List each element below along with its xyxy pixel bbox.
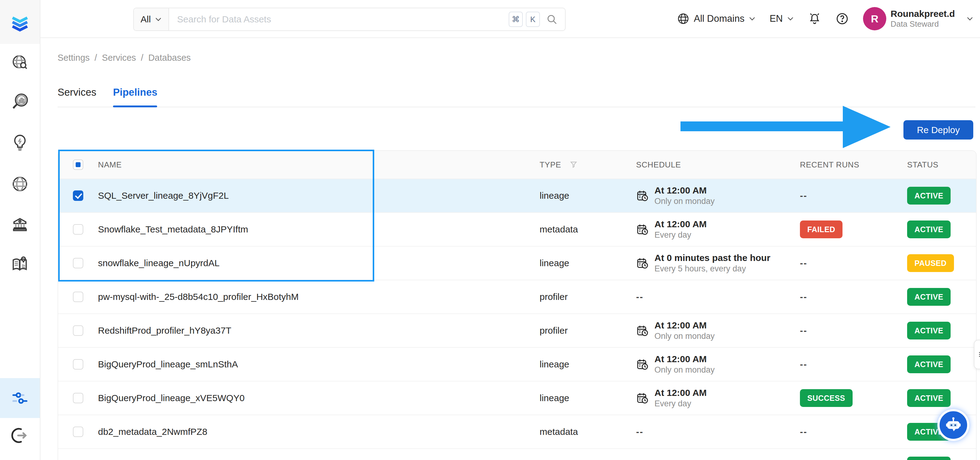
schedule-cell: At 0 minutes past the hourEvery 5 hours,…	[636, 252, 800, 274]
table-row[interactable]: SQL_Server_lineage_8YjVgF2L lineage At 1…	[58, 179, 976, 212]
announcement-widget-icon	[978, 350, 980, 359]
table-row[interactable]: BigQueryProd_lineage_xVE5WQY0 lineage At…	[58, 381, 976, 415]
breadcrumb-separator: /	[141, 53, 143, 63]
pipeline-type: lineage	[539, 359, 636, 369]
chatbot-robot-icon	[944, 415, 963, 434]
table-row[interactable]: BigQueryProd_lineage_smLnSthA lineage At…	[58, 347, 976, 381]
pipeline-type: lineage	[539, 393, 636, 403]
sidebar-item-settings[interactable]	[0, 378, 40, 418]
recent-runs-cell: FAILED	[800, 220, 907, 238]
topbar: All ⌘ K All Domains EN	[40, 0, 980, 38]
logout-icon	[11, 426, 29, 444]
table-row[interactable]: db2_metadata_2NwmfPZ8 metadata -- -- ACT…	[58, 415, 976, 448]
schedule-frequency: Every day	[654, 399, 707, 409]
chatbot-button[interactable]	[937, 409, 969, 441]
schedule-cell: At 12:00 AMEvery day	[636, 387, 800, 409]
table-row[interactable]: Snowflake_Test_metadata_8JPYIftm metadat…	[58, 212, 976, 246]
run-status-badge: FAILED	[800, 220, 843, 238]
help-icon	[835, 12, 849, 26]
search-icon[interactable]	[546, 13, 558, 25]
sidebar-item-logout[interactable]	[0, 418, 40, 453]
calendar-clock-icon	[636, 324, 649, 337]
chevron-down-icon	[749, 16, 756, 21]
search-scope-value: All	[140, 14, 151, 24]
sidebar-item-insights[interactable]	[0, 125, 40, 159]
chevron-down-icon	[155, 17, 162, 21]
user-menu[interactable]: R Rounakpreet.d Data Steward	[863, 7, 973, 30]
tab-pipelines[interactable]: Pipelines	[113, 86, 158, 98]
bell-icon	[808, 12, 821, 26]
status-badge: ACTIVE	[907, 288, 951, 306]
domains-dropdown[interactable]: All Domains	[677, 12, 756, 25]
tab-services[interactable]: Services	[57, 86, 97, 98]
sidebar-item-govern[interactable]	[0, 207, 40, 241]
recent-runs-cell: --	[800, 190, 907, 201]
search-scope-select[interactable]: All	[134, 8, 169, 30]
breadcrumb: Settings / Services / Databases	[57, 53, 191, 63]
row-checkbox[interactable]	[73, 325, 83, 336]
schedule-frequency: Every 5 hours, every day	[654, 264, 770, 274]
breadcrumb-settings[interactable]: Settings	[57, 53, 90, 63]
status-badge: ACTIVE	[907, 220, 951, 238]
pipeline-name: BigQueryProd_lineage_xVE5WQY0	[98, 393, 539, 403]
row-checkbox[interactable]	[73, 426, 83, 437]
open-book-lightbulb-icon	[11, 255, 29, 273]
user-name: Rounakpreet.d	[891, 9, 955, 19]
tab-divider	[57, 107, 975, 107]
search-input[interactable]	[169, 14, 509, 24]
redeploy-button[interactable]: Re Deploy	[904, 120, 973, 139]
bank-icon	[11, 215, 29, 233]
app-window: All ⌘ K All Domains EN	[0, 0, 980, 460]
row-checkbox[interactable]	[73, 359, 83, 369]
topbar-right-cluster: All Domains EN	[677, 0, 974, 37]
table-row[interactable]: pw-mysql-with-_25-d8b54c10_profiler_HxBo…	[58, 280, 976, 313]
pipeline-name: pw-mysql-with-_25-d8b54c10_profiler_HxBo…	[98, 292, 539, 302]
pipeline-type: metadata	[539, 426, 636, 437]
status-badge: ACTIVE	[907, 355, 951, 373]
openmetadata-logo[interactable]	[0, 0, 40, 44]
calendar-clock-icon	[636, 358, 649, 371]
lightbulb-bolt-icon	[11, 133, 29, 151]
table-row[interactable]: snowflake_lineage_nUpyrdAL lineage At 0 …	[58, 246, 976, 280]
pipeline-type: metadata	[539, 224, 636, 235]
breadcrumb-services[interactable]: Services	[102, 53, 136, 63]
row-checkbox[interactable]	[73, 393, 83, 403]
column-header-schedule: SCHEDULE	[636, 160, 800, 169]
pipeline-type: lineage	[539, 258, 636, 268]
column-header-recent-runs: RECENT RUNS	[800, 160, 907, 169]
select-all-checkbox[interactable]	[73, 160, 83, 170]
column-header-type-label: TYPE	[539, 160, 561, 169]
row-checkbox[interactable]	[73, 258, 83, 268]
pipeline-name: SQL_Server_lineage_8YjVgF2L	[98, 190, 539, 201]
row-checkbox[interactable]	[73, 224, 83, 235]
pipeline-type: lineage	[539, 190, 636, 201]
settings-sliders-icon	[11, 389, 29, 407]
status-badge: ACTIVE	[907, 457, 951, 460]
schedule-frequency: Only on monday	[654, 365, 715, 375]
schedule-time: At 12:00 AM	[654, 319, 715, 331]
table-row[interactable]: meetup_lineage_gBY60YKq lineage -- -- AC…	[58, 448, 976, 460]
table-header-row: NAME TYPE SCHEDULE RECENT RUNS STATUS	[58, 151, 976, 179]
recent-runs-cell: SUCCESS	[800, 389, 907, 407]
calendar-clock-icon	[636, 189, 649, 202]
recent-runs-cell: --	[800, 426, 907, 437]
recent-runs-cell: --	[800, 292, 907, 302]
row-checkbox[interactable]	[73, 292, 83, 302]
global-search-bar: All ⌘ K	[133, 8, 566, 31]
status-badge: ACTIVE	[907, 389, 951, 407]
sidebar-item-learn[interactable]	[0, 247, 40, 281]
language-dropdown[interactable]: EN	[770, 13, 794, 24]
sidebar-item-domains[interactable]	[0, 167, 40, 201]
avatar: R	[863, 7, 886, 30]
column-header-status: STATUS	[907, 160, 976, 169]
column-header-name: NAME	[98, 160, 539, 169]
filter-icon[interactable]	[569, 160, 578, 169]
row-checkbox[interactable]	[73, 190, 83, 201]
sidebar-item-explore[interactable]	[0, 45, 40, 80]
help-button[interactable]	[835, 12, 849, 26]
recent-runs-cell: --	[800, 325, 907, 336]
sidebar-item-observability[interactable]	[0, 84, 40, 119]
announcement-widget[interactable]	[974, 340, 980, 369]
table-row[interactable]: RedshiftProd_profiler_hY8ya37T profiler …	[58, 313, 976, 347]
notifications-button[interactable]	[808, 12, 821, 26]
